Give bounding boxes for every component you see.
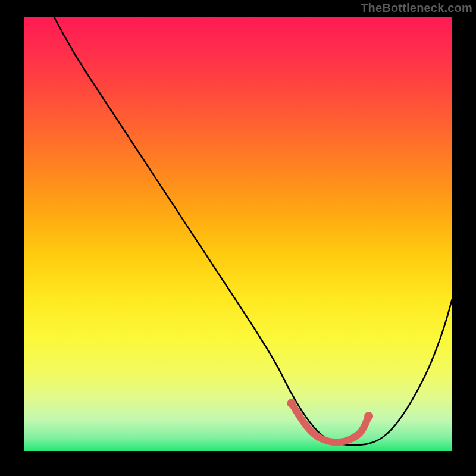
chart-frame: TheBottleneck.com — [0, 0, 476, 476]
optimal-range-endpoint — [287, 399, 296, 408]
optimal-range-endpoint — [364, 412, 373, 421]
chart-svg — [24, 17, 452, 451]
watermark-text: TheBottleneck.com — [361, 1, 472, 15]
plot-area — [24, 17, 452, 451]
gradient-background — [24, 17, 452, 451]
